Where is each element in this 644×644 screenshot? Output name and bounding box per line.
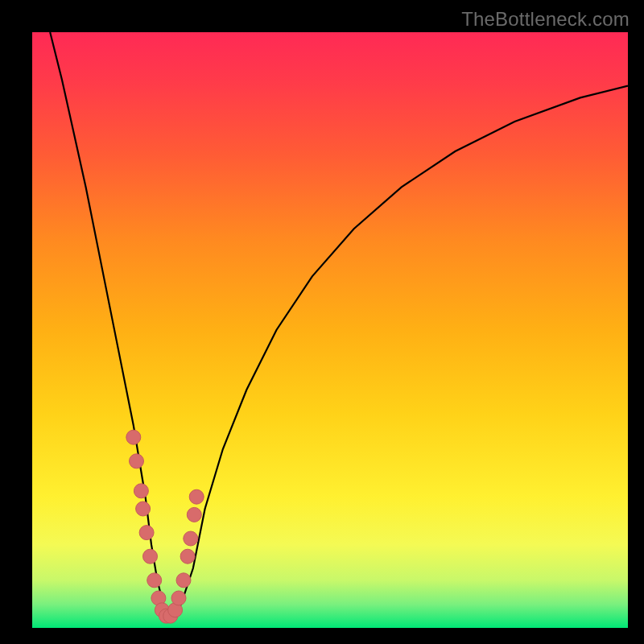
dot [147,573,162,588]
dot [184,531,198,546]
dot [143,549,158,564]
dot [126,430,141,444]
dot [134,484,148,498]
outer-frame: TheBottleneck.com [0,0,644,644]
dot [136,502,151,516]
dot [171,591,186,605]
curve-layer [32,32,628,628]
dot [139,526,154,540]
dot [189,489,204,504]
bottleneck-curve [50,32,628,616]
watermark-text: TheBottleneck.com [461,8,630,31]
dot [176,573,191,588]
dot [180,549,195,564]
plot-area [32,32,628,628]
dot [187,507,201,522]
dot [130,454,144,469]
highlighted-dots [126,430,204,623]
